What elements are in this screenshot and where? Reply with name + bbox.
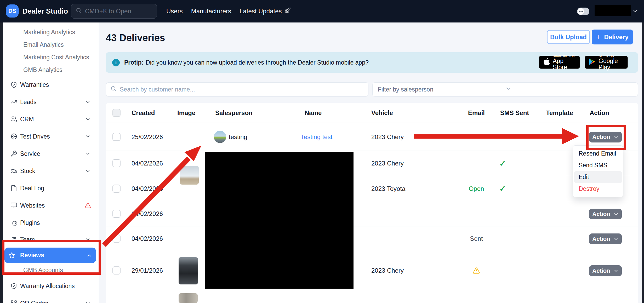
customer-name-link[interactable]: Testing test xyxy=(301,133,332,141)
navbar-link-manufacturers[interactable]: Manufacturers xyxy=(191,8,231,15)
search-icon xyxy=(110,85,117,93)
google-play-icon xyxy=(588,58,596,67)
command-search-placeholder: CMD+K to Open xyxy=(85,8,131,15)
sidebar-item-websites[interactable]: Websites xyxy=(3,197,99,214)
add-delivery-button[interactable]: + Delivery xyxy=(592,30,633,44)
created-cell: 29/01/2026 xyxy=(132,251,176,290)
redaction-overlay xyxy=(205,152,354,289)
vehicle-cell: 2023 Toyota xyxy=(371,176,450,201)
sidebar-item-plugins[interactable]: Plugins xyxy=(3,214,99,231)
shield-check-icon xyxy=(10,283,17,289)
vehicle-cell: 2023 Chery xyxy=(371,251,450,290)
sidebar-item-qr-codes[interactable]: QR Codes xyxy=(3,295,99,303)
sidebar-item-email-analytics[interactable]: Email Analytics xyxy=(3,38,99,51)
google-play-badge[interactable]: GET IT ONGoogle Play xyxy=(585,56,628,69)
table-row: 04/02/2026SentAction xyxy=(106,226,638,251)
sidebar-item-marketing-analytics[interactable]: Marketing Analytics xyxy=(3,26,99,38)
sidebar-item-label: GMB Accounts xyxy=(23,267,63,274)
vehicle-cell: 2023 Chery xyxy=(371,123,450,151)
sidebar-item-label: CRM xyxy=(20,116,34,123)
deliveries-table: CreatedImageSalespersonNameVehicleEmailS… xyxy=(106,103,638,303)
document-icon xyxy=(10,185,17,192)
sidebar-item-gmb-analytics[interactable]: GMB Analytics xyxy=(3,64,99,76)
navbar-link-latest-updates[interactable]: Latest Updates xyxy=(240,7,290,15)
row-action-button[interactable]: Action xyxy=(589,209,622,219)
app-store-badge[interactable]: Download on theApp Store xyxy=(539,56,580,69)
sidebar-item-leads[interactable]: Leads xyxy=(3,93,99,111)
sidebar-item-crm[interactable]: CRM xyxy=(3,111,99,128)
row-action-button[interactable]: Action xyxy=(589,233,622,244)
puzzle-icon xyxy=(10,219,17,226)
sidebar-item-label: Warranty Allocations xyxy=(20,283,75,290)
vehicle-image-thumbnail xyxy=(179,257,198,284)
select-all-checkbox[interactable] xyxy=(112,109,121,117)
sidebar-item-warranty-allocations[interactable]: Warranty Allocations xyxy=(3,277,99,295)
top-navbar: DS Dealer Studio CMD+K to Open UsersManu… xyxy=(0,0,644,22)
menu-item-send-sms[interactable]: Send SMS xyxy=(574,159,622,171)
sidebar-item-reviews[interactable]: Reviews xyxy=(4,248,96,263)
sidebar-item-marketing-cost-analytics[interactable]: Marketing Cost Analytics xyxy=(3,51,99,64)
row-checkbox[interactable] xyxy=(112,159,121,167)
theme-toggle[interactable] xyxy=(577,8,589,15)
column-header-salesperson: Salesperson xyxy=(215,103,275,123)
sidebar-item-deal-log[interactable]: Deal Log xyxy=(3,180,99,197)
row-action-button[interactable]: Action xyxy=(589,265,622,276)
row-checkbox[interactable] xyxy=(112,266,121,275)
column-header-email: Email xyxy=(465,103,488,123)
check-icon: ✓ xyxy=(499,159,506,168)
created-cell: 04/02/2026 xyxy=(132,176,176,201)
created-cell: 04/02/2026 xyxy=(132,226,176,251)
column-header-template: Template xyxy=(541,103,578,123)
sms-sent-cell: ✓ xyxy=(495,176,510,201)
trending-up-icon xyxy=(10,99,17,105)
row-checkbox[interactable] xyxy=(112,235,121,243)
created-cell: 04/02/2026 xyxy=(132,201,176,226)
sidebar-item-label: Websites xyxy=(20,202,45,209)
dealer-studio-logo[interactable]: DS xyxy=(6,4,19,18)
salesperson-filter-select[interactable]: Filter by salesperson xyxy=(372,82,638,96)
sidebar-item-team[interactable]: Team xyxy=(3,231,99,248)
action-dropdown-menu: Resend EmailSend SMSEditDestroy xyxy=(573,145,623,197)
car-icon xyxy=(10,168,17,174)
row-checkbox[interactable] xyxy=(112,210,121,218)
user-account-redacted[interactable] xyxy=(595,5,631,16)
created-cell: 25/02/2026 xyxy=(132,123,176,151)
sidebar-item-label: Team xyxy=(20,236,35,243)
rocket-icon xyxy=(284,7,291,15)
menu-item-resend-email[interactable]: Resend Email xyxy=(574,148,622,159)
sidebar-item-label: Deal Log xyxy=(20,185,44,192)
sidebar-item-test-drives[interactable]: Test Drives xyxy=(3,128,99,145)
protip-label: Protip: xyxy=(124,59,144,66)
account-chevron-down-icon[interactable] xyxy=(632,8,638,15)
table-row: 04/02/2026Action xyxy=(106,201,638,226)
sidebar-item-stock[interactable]: Stock xyxy=(3,162,99,180)
command-search-input[interactable]: CMD+K to Open xyxy=(71,4,157,19)
row-action-button[interactable]: Action xyxy=(589,132,622,142)
vehicle-image-thumbnail xyxy=(179,293,198,303)
column-header-image: Image xyxy=(177,103,209,123)
chevron-down-icon xyxy=(84,150,92,157)
main-content: 43 Deliveries Bulk Upload + Delivery i P… xyxy=(99,22,642,303)
salesperson-cell: testing xyxy=(229,123,286,151)
star-icon xyxy=(8,252,15,259)
brand-name[interactable]: Dealer Studio xyxy=(22,0,68,22)
customer-search-input[interactable]: Search by customer name... xyxy=(106,82,368,96)
chevron-down-icon xyxy=(84,300,92,303)
chevron-down-icon xyxy=(505,85,632,93)
row-checkbox[interactable] xyxy=(112,133,121,141)
sidebar-item-warranties[interactable]: Warranties xyxy=(3,76,99,93)
menu-item-destroy[interactable]: Destroy xyxy=(574,183,622,195)
email-status-cell: Sent xyxy=(465,226,488,251)
team-icon xyxy=(10,236,17,243)
sidebar-item-gmb-accounts[interactable]: GMB Accounts xyxy=(3,263,99,277)
row-checkbox[interactable] xyxy=(112,185,121,193)
shield-check-icon xyxy=(10,81,17,88)
navbar-link-users[interactable]: Users xyxy=(166,8,183,15)
bulk-upload-button[interactable]: Bulk Upload xyxy=(547,30,590,44)
sidebar-item-service[interactable]: Service xyxy=(3,145,99,162)
menu-item-edit[interactable]: Edit xyxy=(574,171,622,183)
table-header-row: CreatedImageSalespersonNameVehicleEmailS… xyxy=(106,103,638,123)
sidebar-item-label: Warranties xyxy=(20,81,49,88)
chevron-down-icon xyxy=(84,116,92,123)
column-header-action: Action xyxy=(590,103,626,123)
